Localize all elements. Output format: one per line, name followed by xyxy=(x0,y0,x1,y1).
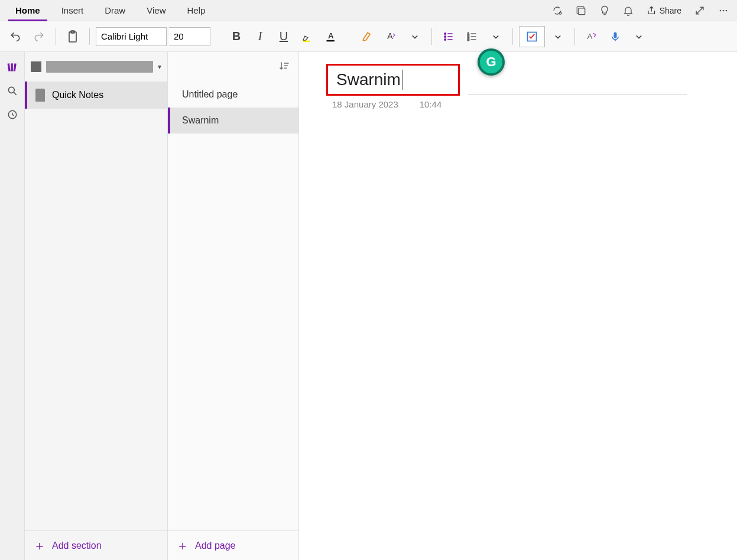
add-section-button[interactable]: ＋ Add section xyxy=(25,530,167,560)
lightbulb-icon[interactable] xyxy=(596,2,613,19)
svg-point-4 xyxy=(723,9,725,11)
format-painter-button[interactable]: A xyxy=(381,26,402,47)
svg-point-13 xyxy=(444,35,446,37)
bullet-list-button[interactable] xyxy=(438,26,459,47)
menu-insert[interactable]: Insert xyxy=(51,2,95,19)
font-color-button[interactable]: A xyxy=(320,26,342,47)
svg-text:A: A xyxy=(587,32,593,41)
recent-icon[interactable] xyxy=(5,108,20,122)
chevron-down-icon: ▾ xyxy=(158,63,161,71)
search-icon[interactable] xyxy=(5,84,20,98)
grammarly-icon[interactable]: G xyxy=(478,48,505,76)
clear-formatting-button[interactable] xyxy=(357,26,378,47)
highlight-button[interactable] xyxy=(297,26,318,47)
fullscreen-icon[interactable] xyxy=(691,2,709,19)
svg-point-3 xyxy=(720,9,722,11)
pages-pane: Untitled page Swarnim ＋ Add page xyxy=(168,52,299,560)
more-icon[interactable] xyxy=(715,2,732,19)
section-tab-icon xyxy=(35,89,45,102)
svg-rect-21 xyxy=(7,63,10,71)
plus-icon: ＋ xyxy=(176,537,189,555)
section-label: Quick Notes xyxy=(52,90,103,100)
sections-pane: ▾ Quick Notes ＋ Add section xyxy=(25,52,168,560)
notifications-icon[interactable] xyxy=(619,2,637,19)
plus-icon: ＋ xyxy=(33,537,46,555)
svg-point-5 xyxy=(726,9,728,11)
feed-icon[interactable] xyxy=(572,2,590,19)
toolbar: B I U A A 123 A G xyxy=(0,21,737,52)
numbered-list-button[interactable]: 123 xyxy=(462,26,483,47)
todo-tag-button[interactable] xyxy=(519,26,545,47)
svg-point-12 xyxy=(444,32,446,34)
more-paragraph-dropdown[interactable] xyxy=(485,26,507,47)
page-label: Untitled page xyxy=(182,89,238,100)
notebooks-icon[interactable] xyxy=(5,60,20,74)
bold-button[interactable]: B xyxy=(226,26,247,47)
note-title-text: Swarnim xyxy=(336,70,401,89)
svg-text:A: A xyxy=(328,31,334,40)
notebook-icon xyxy=(31,61,41,72)
note-title-input[interactable]: Swarnim xyxy=(326,64,460,96)
notebook-selector[interactable]: ▾ xyxy=(25,52,167,82)
more-tools-dropdown[interactable] xyxy=(628,26,650,47)
page-swarnim[interactable]: Swarnim xyxy=(168,108,298,134)
note-canvas[interactable]: Swarnim 18 January 2023 10:44 xyxy=(299,52,737,560)
more-font-dropdown[interactable] xyxy=(404,26,426,47)
text-cursor xyxy=(402,70,402,90)
section-quick-notes[interactable]: Quick Notes xyxy=(25,82,167,109)
sort-pages-icon[interactable] xyxy=(278,60,290,74)
menu-draw[interactable]: Draw xyxy=(94,2,136,19)
note-time: 10:44 xyxy=(420,99,442,109)
share-button[interactable]: Share xyxy=(643,3,685,18)
menu-home[interactable]: Home xyxy=(5,2,51,19)
redo-button[interactable] xyxy=(28,26,50,47)
notebook-name-redacted xyxy=(46,61,153,73)
sync-status-icon[interactable] xyxy=(548,2,566,19)
main-area: ▾ Quick Notes ＋ Add section Untitled pag… xyxy=(0,52,737,560)
svg-point-14 xyxy=(444,38,446,40)
menu-help[interactable]: Help xyxy=(176,2,216,19)
add-page-label: Add page xyxy=(195,541,236,551)
svg-rect-20 xyxy=(614,32,617,38)
add-section-label: Add section xyxy=(52,541,102,551)
font-size-input[interactable] xyxy=(169,27,210,46)
share-label: Share xyxy=(660,6,681,15)
page-label: Swarnim xyxy=(182,115,219,126)
underline-button[interactable]: U xyxy=(273,26,294,47)
undo-button[interactable] xyxy=(5,26,26,47)
title-underline xyxy=(468,95,687,95)
svg-rect-8 xyxy=(303,40,310,42)
svg-text:3: 3 xyxy=(467,37,469,41)
italic-button[interactable]: I xyxy=(249,26,271,47)
clipboard-button[interactable] xyxy=(62,26,83,47)
font-name-input[interactable] xyxy=(96,27,167,46)
menu-bar: Home Insert Draw View Help Share xyxy=(0,0,737,21)
tags-dropdown[interactable] xyxy=(547,26,569,47)
left-rail xyxy=(0,52,25,560)
menu-view[interactable]: View xyxy=(136,2,176,19)
dictate-button[interactable] xyxy=(605,26,626,47)
svg-rect-10 xyxy=(327,40,335,41)
styles-button[interactable]: A xyxy=(581,26,602,47)
svg-rect-2 xyxy=(578,8,585,14)
svg-rect-23 xyxy=(13,63,16,71)
page-untitled[interactable]: Untitled page xyxy=(168,82,298,108)
note-date: 18 January 2023 xyxy=(332,99,398,109)
svg-point-24 xyxy=(8,87,14,93)
add-page-button[interactable]: ＋ Add page xyxy=(168,530,298,560)
svg-text:A: A xyxy=(387,31,393,41)
svg-rect-22 xyxy=(11,63,12,71)
